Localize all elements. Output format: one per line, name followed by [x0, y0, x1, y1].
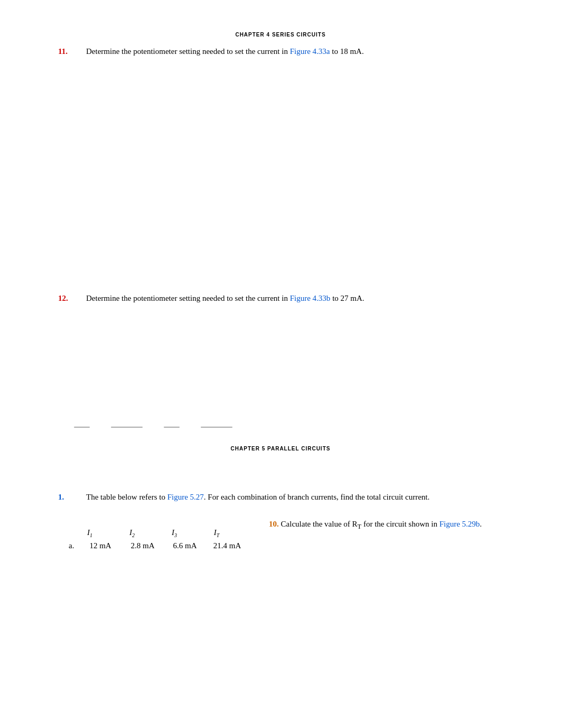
problem-10-text-before: Calculate the value of RT for the circui…: [281, 520, 440, 528]
figure-5-27-link[interactable]: Figure 5.27: [167, 493, 204, 501]
chapter5-header: CHAPTER 5 PARALLEL CIRCUITS: [58, 446, 503, 451]
chapter4-header: CHAPTER 4 SERIES CIRCUITS: [58, 32, 503, 38]
problem-11-block: 11. Determine the potentiometer setting …: [58, 47, 503, 56]
problem-10-block: 10. Calculate the value of RT for the ci…: [269, 518, 503, 532]
row-a-i2: 2.8 mA: [121, 541, 164, 550]
problem-11-row: 11. Determine the potentiometer setting …: [58, 47, 503, 56]
problem-11-text-after: to 18 mA.: [330, 47, 364, 56]
page: CHAPTER 4 SERIES CIRCUITS 11. Determine …: [0, 0, 561, 728]
problem-12-num-label: 12.: [58, 294, 68, 302]
divider-seg-3: [164, 427, 180, 428]
figure-4-33b-link[interactable]: Figure 4.33b: [290, 294, 331, 302]
problem-1-content: The table below refers to Figure 5.27. F…: [86, 493, 503, 502]
problem-11-text-before: Determine the potentiometer setting need…: [86, 47, 290, 56]
row-a-i3: 6.6 mA: [164, 541, 206, 550]
two-column-section: I1 I2 I3 IT a. 12 mA 2.8 mA: [58, 518, 503, 552]
figure-4-33a-link[interactable]: Figure 4.33a: [290, 47, 330, 56]
problem-12-text-after: to 27 mA.: [330, 294, 364, 302]
divider-seg-4: [201, 427, 232, 428]
problem-1-text-after: . For each combination of branch current…: [204, 493, 429, 501]
problem-1-block: 1. The table below refers to Figure 5.27…: [58, 493, 503, 502]
figure-5-29b-link[interactable]: Figure 5.29b: [440, 520, 480, 528]
problem-10-num-label: 10.: [269, 520, 279, 528]
chapter5-top-spacer: [58, 461, 503, 493]
divider-seg-1: [74, 427, 90, 428]
col-header-it: IT: [195, 528, 238, 538]
problem-1-text-before: The table below refers to: [86, 493, 167, 501]
divider-seg-2: [111, 427, 143, 428]
chapter5-section: CHAPTER 5 PARALLEL CIRCUITS 1. The table…: [58, 446, 503, 552]
table-row-a: a. 12 mA 2.8 mA 6.6 mA 21.4 mA: [58, 541, 253, 550]
problem-1-number: 1.: [58, 493, 82, 502]
problem-12-work-area: [58, 319, 503, 414]
problem-11-number: 11.: [58, 47, 82, 56]
col-header-i3: I3: [153, 528, 195, 538]
problem-11-content: Determine the potentiometer setting need…: [86, 47, 503, 56]
table-header-row: I1 I2 I3 IT: [58, 528, 253, 538]
row-a-label: a.: [69, 541, 79, 550]
problem-10-text-end: .: [480, 520, 482, 528]
problem-12-row: 12. Determine the potentiometer setting …: [58, 294, 503, 303]
left-column: I1 I2 I3 IT a. 12 mA 2.8 mA: [58, 518, 253, 552]
problem-1-num-label: 1.: [58, 493, 64, 501]
col-header-i1: I1: [69, 528, 111, 538]
divider-line-area: [58, 414, 503, 440]
problem-12-block: 12. Determine the potentiometer setting …: [58, 294, 503, 303]
col-header-i2: I2: [111, 528, 153, 538]
problem-12-text-before: Determine the potentiometer setting need…: [86, 294, 290, 302]
right-column: 10. Calculate the value of RT for the ci…: [269, 518, 503, 552]
problem-1-row: 1. The table below refers to Figure 5.27…: [58, 493, 503, 502]
problem-11-num-label: 11.: [58, 47, 68, 56]
problem-12-number: 12.: [58, 294, 82, 303]
problem-11-work-area: [58, 72, 503, 294]
row-a-i1: 12 mA: [79, 541, 121, 550]
problem-12-content: Determine the potentiometer setting need…: [86, 294, 503, 303]
row-a-it: 21.4 mA: [206, 541, 248, 550]
